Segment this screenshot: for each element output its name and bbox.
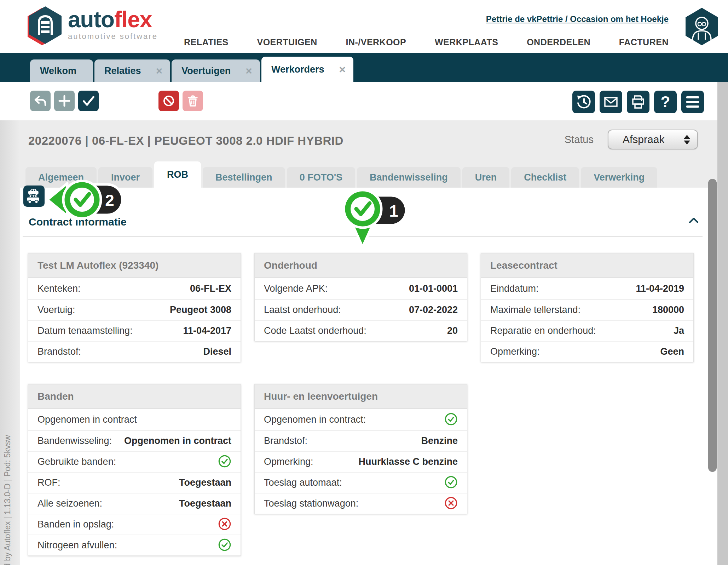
cancel-button[interactable] bbox=[158, 91, 179, 111]
logo-tagline: automotive software bbox=[68, 32, 158, 41]
row-status bbox=[218, 517, 231, 532]
help-button[interactable]: ? bbox=[654, 91, 677, 113]
subtab-bandenwisseling[interactable]: Bandenwisseling bbox=[357, 167, 461, 188]
toolbar: ? bbox=[0, 82, 728, 120]
cars-icon bbox=[26, 189, 42, 204]
row-label: Opgenomen in contract: bbox=[264, 414, 366, 425]
autoflex-app: autoflex automotive software RELATIESVOE… bbox=[0, 0, 728, 565]
tab-label: Werkorders bbox=[271, 64, 324, 75]
tab-welkom[interactable]: Welkom bbox=[30, 59, 93, 82]
toolbar-right-group: ? bbox=[572, 91, 704, 113]
tab-close-icon[interactable]: × bbox=[231, 64, 252, 78]
card-row: Brandstof:Diesel bbox=[28, 341, 241, 362]
status-label: Status bbox=[565, 134, 594, 145]
confirm-button[interactable] bbox=[78, 91, 99, 111]
collapse-section-button[interactable] bbox=[688, 217, 699, 226]
tab-werkorders[interactable]: Werkorders× bbox=[261, 57, 353, 82]
row-value: Peugeot 3008 bbox=[170, 304, 231, 315]
nav-item-in-verkoop[interactable]: IN-/VERKOOP bbox=[346, 37, 406, 47]
card-row: Voertuig:Peugeot 3008 bbox=[28, 299, 241, 320]
top-header: autoflex automotive software RELATIESVOE… bbox=[0, 0, 728, 53]
row-label: Bandenwisseling: bbox=[37, 435, 112, 446]
autoflex-logo[interactable]: autoflex automotive software bbox=[28, 6, 158, 45]
undo-button[interactable] bbox=[30, 91, 51, 111]
card-row: Toeslag stationwagon: bbox=[255, 493, 467, 514]
email-icon bbox=[603, 94, 619, 110]
card-row: Opmerking:Huurklasse C benzine bbox=[255, 451, 467, 472]
row-label: Banden in opslag: bbox=[37, 519, 114, 530]
row-label: Brandstof: bbox=[264, 435, 307, 446]
status-select[interactable]: Afspraak bbox=[608, 130, 698, 149]
user-relation-link[interactable]: Pettrie de vkPettrie / Occasion om het H… bbox=[486, 14, 669, 24]
row-label: Reparatie en onderhoud: bbox=[490, 325, 596, 336]
card-row: Opmerking:Geen bbox=[481, 341, 693, 362]
tab-close-icon[interactable]: × bbox=[141, 64, 163, 78]
card-row: Bandenwisseling:Opgenomen in contract bbox=[28, 430, 241, 451]
row-status bbox=[444, 496, 458, 511]
history-button[interactable] bbox=[572, 91, 595, 113]
tab-voertuigen[interactable]: Voertuigen× bbox=[172, 59, 260, 82]
row-value: 06-FL-EX bbox=[190, 283, 231, 294]
nav-item-facturen[interactable]: FACTUREN bbox=[619, 37, 669, 47]
toolbar-danger-group bbox=[158, 91, 203, 111]
logo-word-flex: flex bbox=[114, 7, 152, 32]
workorder-title-row: 20220076 | 06-FL-EX | PEUGEOT 3008 2.0 H… bbox=[28, 130, 343, 152]
tab-label: Voertuigen bbox=[181, 65, 231, 76]
help-icon: ? bbox=[661, 94, 670, 110]
user-avatar[interactable] bbox=[684, 8, 720, 47]
red-cross-icon bbox=[444, 496, 458, 510]
print-button[interactable] bbox=[627, 91, 649, 113]
tab-label: Welkom bbox=[40, 65, 76, 76]
row-value: Opgenomen in contract bbox=[124, 435, 231, 446]
marker-count-2: 2 bbox=[105, 191, 114, 210]
print-icon bbox=[630, 94, 646, 110]
scrollbar-thumb[interactable] bbox=[708, 179, 717, 472]
row-value: Benzine bbox=[421, 435, 458, 446]
row-label: Kenteken: bbox=[37, 283, 81, 294]
undo-icon bbox=[33, 94, 47, 108]
subtab-bestellingen[interactable]: Bestellingen bbox=[203, 167, 285, 188]
tab-relaties[interactable]: Relaties× bbox=[94, 59, 170, 82]
nav-item-werkplaats[interactable]: WERKPLAATS bbox=[435, 37, 498, 47]
nav-item-voertuigen[interactable]: VOERTUIGEN bbox=[257, 37, 317, 47]
card-row: Laatst onderhoud:07-02-2022 bbox=[255, 299, 467, 320]
window-scrollbar-track[interactable] bbox=[717, 82, 728, 565]
delete-button[interactable] bbox=[183, 91, 203, 111]
tab-strip: WelkomRelaties×Voertuigen×Werkorders× bbox=[30, 57, 355, 82]
logo-word-auto: auto bbox=[68, 7, 114, 32]
row-label: Opmerking: bbox=[490, 346, 540, 357]
validation-marker-vehicle[interactable]: 2 bbox=[45, 176, 125, 226]
check-marker-left-icon: 2 bbox=[45, 176, 125, 224]
nav-item-relaties[interactable]: RELATIES bbox=[184, 37, 229, 47]
validation-marker-section[interactable]: 1 bbox=[335, 186, 409, 255]
subtab-0-foto-s[interactable]: 0 FOTO'S bbox=[287, 167, 355, 188]
main-nav: RELATIESVOERTUIGENIN-/VERKOOPWERKPLAATSO… bbox=[184, 37, 669, 47]
row-label: ROF: bbox=[37, 477, 60, 488]
row-status bbox=[444, 475, 458, 490]
row-value: Geen bbox=[660, 346, 684, 357]
subtab-rob[interactable]: ROB bbox=[154, 161, 201, 188]
subtab-checklist[interactable]: Checklist bbox=[511, 167, 579, 188]
row-label: Toeslag automaat: bbox=[264, 477, 342, 488]
card-row: Volgende APK:01-01-0001 bbox=[255, 278, 467, 299]
row-label: Datum tenaamstelling: bbox=[37, 325, 133, 336]
card-row: Datum tenaamstelling:11-04-2017 bbox=[28, 320, 241, 341]
green-check-icon bbox=[218, 538, 231, 552]
card-row: Gebruikte banden: bbox=[28, 451, 241, 472]
card-row: Nitrogeen afvullen: bbox=[28, 535, 241, 555]
nav-item-onderdelen[interactable]: ONDERDELEN bbox=[527, 37, 590, 47]
row-value: 20 bbox=[447, 325, 458, 336]
menu-button[interactable] bbox=[681, 91, 704, 113]
tab-close-icon[interactable]: × bbox=[324, 63, 346, 76]
subtab-verwerking[interactable]: Verwerking bbox=[581, 167, 657, 188]
confirm-icon bbox=[81, 94, 96, 108]
card-huur-en-leenvoertuigen: Huur- en leenvoertuigenOpgenomen in cont… bbox=[254, 384, 467, 514]
add-button[interactable] bbox=[54, 91, 75, 111]
green-check-icon bbox=[444, 475, 458, 489]
vehicle-pair-button[interactable] bbox=[23, 186, 45, 207]
subtab-uren[interactable]: Uren bbox=[462, 167, 510, 188]
card-row: Kenteken:06-FL-EX bbox=[28, 278, 241, 299]
row-label: Toeslag stationwagon: bbox=[264, 498, 358, 509]
card-row: Banden in opslag: bbox=[28, 514, 241, 535]
email-button[interactable] bbox=[600, 91, 622, 113]
